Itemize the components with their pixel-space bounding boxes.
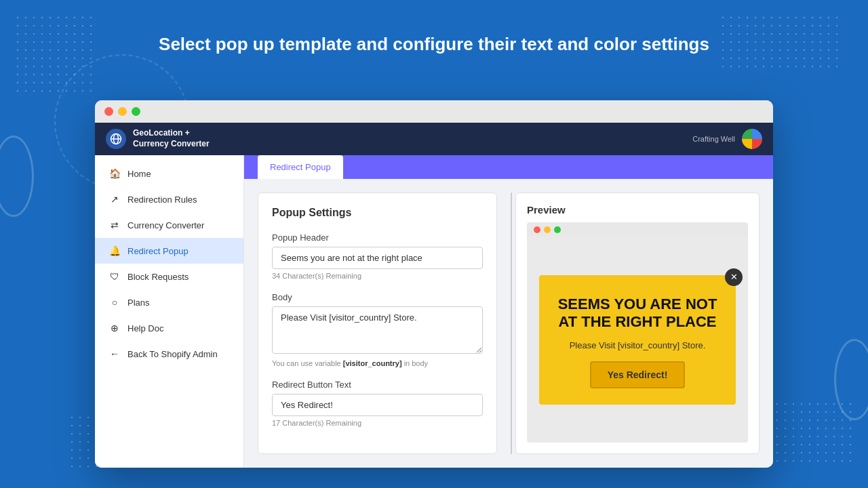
content-area: Redirect Popup Popup Settings Popup Head…: [244, 155, 773, 468]
popup-body-text: Please Visit [visitor_country] Store.: [555, 340, 719, 350]
sidebar-item-label: Plans: [127, 298, 150, 308]
browser-chrome: [95, 100, 773, 123]
preview-content: ✕ SEEMS YOU ARE NOT AT THE RIGHT PLACE P…: [527, 237, 748, 443]
chrome-minimize-dot[interactable]: [118, 107, 127, 116]
plans-icon: ○: [108, 297, 121, 308]
sidebar-item-redirection-rules[interactable]: ↗ Redirection Rules: [95, 186, 243, 212]
redirect-btn-remaining: 17 Character(s) Remaining: [272, 419, 483, 427]
sidebar-item-help-doc[interactable]: ⊕ Help Doc: [95, 315, 243, 341]
page-header: Select pop up template and configure the…: [0, 34, 868, 55]
tab-redirect-popup[interactable]: Redirect Popup: [258, 155, 343, 179]
sidebar: 🏠 Home ↗ Redirection Rules ⇄ Currency Co…: [95, 155, 244, 468]
popup-header-remaining: 34 Character(s) Remaining: [272, 272, 483, 280]
browser-window: GeoLocation + Currency Converter Craftin…: [95, 100, 773, 468]
body-hint: You can use variable [visitor_country] i…: [272, 359, 483, 367]
preview-dot-green: [554, 226, 561, 233]
bg-circle-left: [0, 136, 34, 217]
panel-title: Popup Settings: [272, 207, 483, 219]
shield-icon: 🛡: [108, 271, 121, 282]
redirect-btn-field: Redirect Button Text 17 Character(s) Rem…: [272, 380, 483, 427]
sidebar-item-block-requests[interactable]: 🛡 Block Requests: [95, 264, 243, 289]
sidebar-item-label: Home: [127, 169, 151, 179]
topbar-avatar: [742, 129, 762, 149]
panels: Popup Settings Popup Header 34 Character…: [244, 179, 773, 468]
settings-panel: Popup Settings Popup Header 34 Character…: [258, 192, 497, 454]
sidebar-item-label: Back To Shopify Admin: [127, 349, 218, 359]
bg-circle-right: [834, 339, 868, 420]
topbar-right: Crafting Well: [692, 129, 762, 149]
sidebar-item-currency-converter[interactable]: ⇄ Currency Converter: [95, 212, 243, 238]
sidebar-item-label: Redirection Rules: [127, 195, 197, 205]
popup-close-button[interactable]: ✕: [725, 268, 743, 286]
sidebar-item-plans[interactable]: ○ Plans: [95, 289, 243, 315]
redirect-btn-label: Redirect Button Text: [272, 380, 483, 390]
chrome-close-dot[interactable]: [104, 107, 113, 116]
main-area: 🏠 Home ↗ Redirection Rules ⇄ Currency Co…: [95, 155, 773, 468]
bell-icon: 🔔: [108, 245, 121, 256]
popup-header-label: Popup Header: [272, 232, 483, 243]
chrome-maximize-dot[interactable]: [132, 107, 140, 116]
topbar-link[interactable]: Crafting Well: [692, 135, 735, 143]
sidebar-item-label: Currency Converter: [127, 220, 204, 230]
sidebar-item-home[interactable]: 🏠 Home: [95, 161, 243, 186]
preview-title: Preview: [527, 204, 748, 216]
popup-heading: SEEMS YOU ARE NOT AT THE RIGHT PLACE: [555, 296, 719, 331]
back-icon: ←: [108, 348, 121, 359]
sidebar-item-redirect-popup[interactable]: 🔔 Redirect Popup: [95, 238, 243, 264]
body-label: Body: [272, 292, 483, 302]
popup-modal: ✕ SEEMS YOU ARE NOT AT THE RIGHT PLACE P…: [539, 275, 736, 405]
preview-dot-red: [534, 226, 540, 233]
sidebar-item-back-to-shopify[interactable]: ← Back To Shopify Admin: [95, 341, 243, 367]
sidebar-item-label: Redirect Popup: [127, 246, 189, 256]
redirect-icon: ↗: [108, 194, 121, 205]
app-topbar: GeoLocation + Currency Converter Craftin…: [95, 123, 773, 155]
topbar-title: GeoLocation + Currency Converter: [133, 128, 210, 149]
sidebar-item-label: Block Requests: [127, 272, 189, 282]
body-textarea[interactable]: [272, 306, 483, 354]
app-topbar-left: GeoLocation + Currency Converter: [106, 128, 210, 149]
popup-redirect-button[interactable]: Yes Redirect!: [590, 361, 686, 388]
app-layout: GeoLocation + Currency Converter Craftin…: [95, 123, 773, 468]
body-field: Body You can use variable [visitor_count…: [272, 292, 483, 367]
tab-bar: Redirect Popup: [244, 155, 773, 179]
popup-header-field: Popup Header 34 Character(s) Remaining: [272, 232, 483, 280]
currency-icon: ⇄: [108, 220, 121, 230]
divider: [511, 192, 512, 454]
sidebar-item-label: Help Doc: [127, 323, 163, 333]
home-icon: 🏠: [108, 168, 121, 179]
globe-icon: [106, 129, 126, 149]
preview-chrome: [527, 222, 748, 237]
preview-panel: Preview ✕ SEEMS YOU ARE NOT AT T: [515, 192, 760, 454]
bg-dots-br: [773, 400, 854, 468]
redirect-btn-input[interactable]: [272, 394, 483, 416]
popup-header-input[interactable]: [272, 247, 483, 269]
help-icon: ⊕: [108, 323, 121, 333]
preview-dot-yellow: [544, 226, 551, 233]
